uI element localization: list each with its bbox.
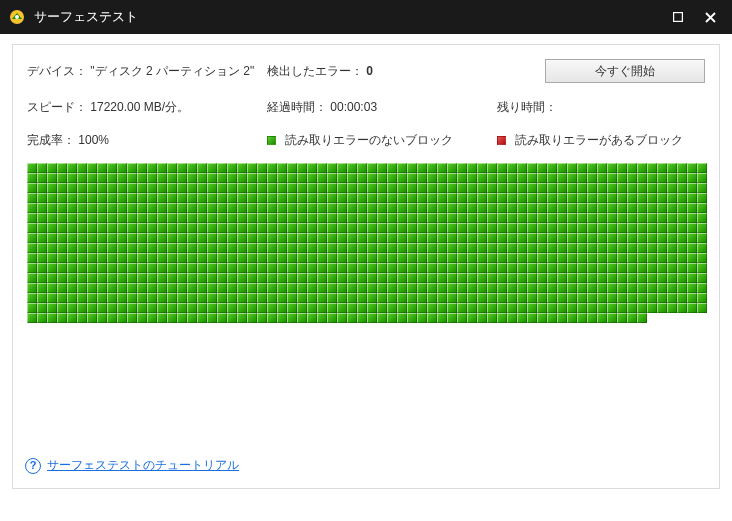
block (497, 223, 507, 233)
block (497, 313, 507, 323)
tutorial-link[interactable]: サーフェステストのチュートリアル (47, 457, 239, 474)
block (417, 313, 427, 323)
block (427, 313, 437, 323)
block (517, 233, 527, 243)
block (417, 293, 427, 303)
block-map (27, 163, 707, 323)
block (187, 243, 197, 253)
block (237, 223, 247, 233)
block (357, 313, 367, 323)
block (257, 283, 267, 293)
block (237, 243, 247, 253)
block (477, 273, 487, 283)
block (157, 253, 167, 263)
block (657, 303, 667, 313)
block (267, 233, 277, 243)
block (307, 263, 317, 273)
block (217, 283, 227, 293)
block (177, 233, 187, 243)
block (27, 213, 37, 223)
block (237, 263, 247, 273)
info-grid: デバイス： "ディスク 2 パーティション 2" 検出したエラー： 0 今すぐ開… (27, 59, 705, 149)
block (247, 283, 257, 293)
start-button[interactable]: 今すぐ開始 (545, 59, 705, 83)
block (197, 173, 207, 183)
block (217, 163, 227, 173)
block (357, 293, 367, 303)
block (497, 233, 507, 243)
block (87, 303, 97, 313)
block (187, 253, 197, 263)
block (57, 313, 67, 323)
block (607, 313, 617, 323)
block (687, 163, 697, 173)
block (237, 313, 247, 323)
block (517, 313, 527, 323)
block (397, 203, 407, 213)
block (97, 213, 107, 223)
block (547, 313, 557, 323)
block (527, 183, 537, 193)
block (617, 193, 627, 203)
block (287, 273, 297, 283)
block (537, 243, 547, 253)
block (407, 293, 417, 303)
block (647, 293, 657, 303)
block (37, 303, 47, 313)
block (297, 223, 307, 233)
block (637, 303, 647, 313)
block (257, 273, 267, 283)
block (337, 163, 347, 173)
block (267, 163, 277, 173)
block (207, 253, 217, 263)
block (297, 203, 307, 213)
block (357, 233, 367, 243)
block (447, 193, 457, 203)
block (387, 263, 397, 273)
block (457, 203, 467, 213)
block (607, 253, 617, 263)
block (507, 173, 517, 183)
block (487, 233, 497, 243)
block (687, 243, 697, 253)
block (247, 183, 257, 193)
block (147, 283, 157, 293)
block (87, 203, 97, 213)
block (347, 303, 357, 313)
block (337, 193, 347, 203)
block (77, 313, 87, 323)
block (527, 233, 537, 243)
block (377, 303, 387, 313)
block (617, 313, 627, 323)
block (687, 273, 697, 283)
block (397, 303, 407, 313)
block (397, 233, 407, 243)
block (507, 223, 517, 233)
block (527, 263, 537, 273)
block (287, 263, 297, 273)
block (177, 193, 187, 203)
block (127, 313, 137, 323)
block (587, 303, 597, 313)
block (397, 273, 407, 283)
block (57, 233, 67, 243)
block (77, 293, 87, 303)
block (627, 293, 637, 303)
block (297, 163, 307, 173)
block (57, 303, 67, 313)
block (167, 163, 177, 173)
block (47, 163, 57, 173)
close-button[interactable] (694, 0, 726, 34)
block (117, 243, 127, 253)
block (697, 193, 707, 203)
block (217, 243, 227, 253)
block (687, 183, 697, 193)
maximize-button[interactable] (662, 0, 694, 34)
block (367, 183, 377, 193)
block (697, 163, 707, 173)
block (167, 233, 177, 243)
block (597, 183, 607, 193)
block (337, 203, 347, 213)
errors-row: 検出したエラー： 0 (267, 63, 497, 80)
block (597, 283, 607, 293)
